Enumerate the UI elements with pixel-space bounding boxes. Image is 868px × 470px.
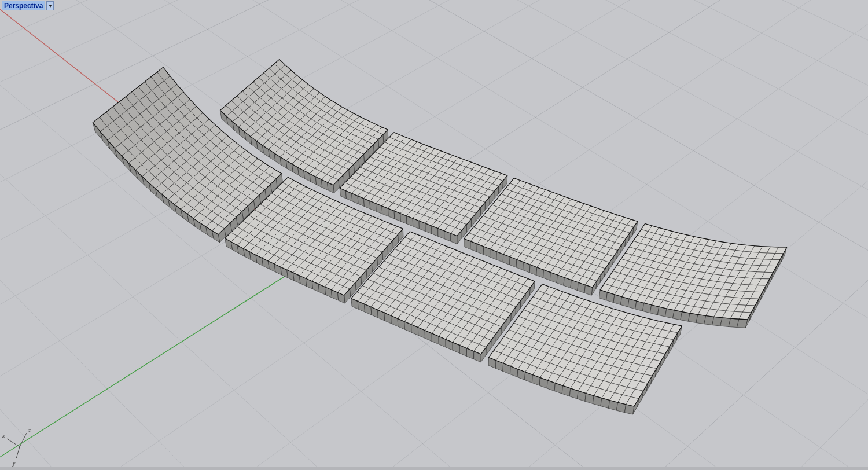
chevron-down-icon: ▼ — [48, 3, 53, 9]
gizmo-y-label: y — [12, 460, 16, 467]
gizmo-z-label: z — [28, 427, 31, 434]
gizmo-x-label: x — [2, 432, 5, 439]
gizmo-y-axis-line — [16, 447, 20, 458]
gizmo-z-axis-line — [20, 433, 27, 447]
viewport-3d-canvas[interactable] — [0, 0, 868, 467]
viewport-menu-button[interactable]: ▼ — [46, 1, 54, 10]
viewport-title-bar: Perspectiva ▼ — [2, 1, 54, 10]
gizmo-x-axis-line — [7, 439, 20, 447]
viewport-title[interactable]: Perspectiva — [2, 1, 45, 10]
viewport-bottom-edge — [0, 467, 868, 470]
rhino-perspective-viewport-window: Perspectiva ▼ x z y — [0, 0, 868, 470]
world-axes-gizmo: x z y — [1, 425, 38, 468]
